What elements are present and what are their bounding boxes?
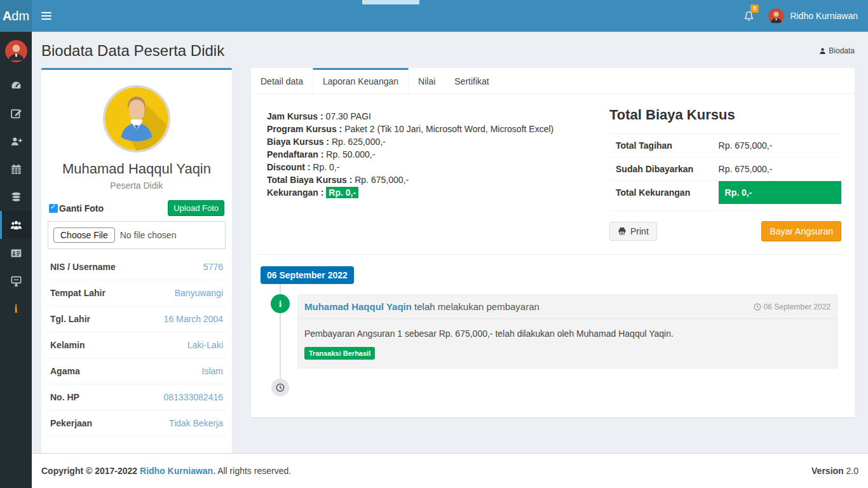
detail-biaya-kursus: Biaya Kursus : Rp. 625,000,- [267, 135, 609, 148]
sidebar-item-info[interactable]: i [0, 295, 32, 323]
ganti-foto-checkbox[interactable] [49, 204, 58, 213]
summary-row-tagihan: Total Tagihan Rp. 675,000,- [609, 133, 841, 157]
user-name: Ridho Kurniawan [790, 11, 858, 21]
sidebar-item-database[interactable] [0, 183, 32, 211]
info-icon: i [14, 302, 17, 316]
page-title: Biodata Data Peserta Didik [41, 42, 224, 60]
clock-icon [754, 303, 761, 311]
detail-jam-kursus: Jam Kursus : 07.30 PAGI [267, 110, 609, 123]
finance-summary: Total Biaya Kursus Total Tagihan Rp. 675… [609, 107, 841, 241]
tab-nilai[interactable]: Nilai [409, 68, 445, 93]
user-menu[interactable]: Ridho Kurniawan [762, 0, 868, 32]
sidebar-toggle-button[interactable] [32, 0, 61, 32]
app-logo-rest: dm [11, 9, 29, 24]
upload-foto-button[interactable]: Upload Foto [168, 200, 224, 216]
timeline-date-label: 06 September 2022 [261, 266, 354, 284]
content-wrapper: Biodata Data Peserta Didik Biodata [32, 32, 868, 453]
field-row-kelamin: Kelamin Laki-Laki [48, 332, 226, 358]
sidebar-user-avatar [5, 40, 27, 62]
tab-detail-data[interactable]: Detail data [251, 68, 313, 93]
payment-timeline: 06 September 2022 i 06 September 2022 [261, 266, 845, 407]
footer: Copyright © 2017-2022 Ridho Kurniawan. A… [32, 453, 868, 488]
file-status: No file chosen [120, 230, 177, 240]
calendar-icon [10, 163, 22, 175]
bayar-angsuran-button[interactable]: Bayar Angsuran [761, 221, 841, 241]
summary-row-kekurangan: Total Kekurangan Rp. 0,- [609, 180, 841, 204]
database-icon [10, 191, 22, 203]
app-logo[interactable]: Adm [0, 0, 32, 32]
student-name: Muhamad Haqqul Yaqin [48, 161, 226, 177]
tab-laporan-keuangan[interactable]: Laporan Keuangan [313, 68, 409, 93]
tabs: Detail data Laporan Keuangan Nilai Serti… [251, 68, 855, 94]
footer-author-link[interactable]: Ridho Kurniawan. [140, 466, 215, 476]
kekurangan-highlight: Rp. 0,- [326, 187, 358, 198]
detail-total-biaya: Total Biaya Kursus : Rp. 675,000,- [267, 173, 609, 186]
breadcrumb-label: Biodata [829, 46, 855, 55]
monitor-user-icon [10, 275, 22, 287]
dashboard-icon [10, 79, 22, 92]
field-row-pekerjaan: Pekerjaan Tidak Bekerja [48, 410, 226, 437]
app-logo-bold: A [3, 9, 11, 24]
field-row-no-hp: No. HP 081333082416 [48, 384, 226, 410]
navbar: 0 Ridho Kurniawan [32, 0, 868, 32]
finance-details: Jam Kursus : 07.30 PAGI Program Kursus :… [261, 107, 609, 241]
tab-sertifikat[interactable]: Sertifikat [445, 68, 498, 93]
field-row-tempat-lahir: Tempat Lahir Banyuwangi [48, 280, 226, 306]
timeline-item: i 06 September 2022 Muhamad Haqqul Yaqin [261, 294, 845, 369]
notifications-button[interactable]: 0 [735, 0, 762, 32]
kekurangan-total-highlight: Rp. 0,- [719, 181, 841, 204]
divider [257, 254, 845, 255]
timeline-actor-link[interactable]: Muhamad Haqqul Yaqin [304, 301, 412, 312]
sidebar-item-biodata[interactable] [0, 239, 32, 267]
student-role: Peserta Didik [48, 180, 226, 191]
choose-file-button[interactable]: Choose File [53, 227, 115, 243]
timeline-time: 06 September 2022 [754, 302, 831, 311]
sidebar: i [0, 32, 32, 488]
summary-row-dibayarkan: Sudah Dibayarkan Rp. 675,000,- [609, 157, 841, 180]
status-badge: Transaksi Berhasil [304, 347, 375, 360]
file-input: Choose File No file chosen [48, 221, 226, 249]
footer-copyright: Copyright © 2017-2022 Ridho Kurniawan. A… [41, 466, 291, 476]
detail-discount: Discount : Rp. 0,- [267, 161, 609, 173]
summary-title: Total Biaya Kursus [609, 107, 841, 123]
footer-version: Version 2.0 [811, 466, 858, 476]
breadcrumb[interactable]: Biodata [819, 46, 855, 55]
detail-pendaftaran: Pendaftaran : Rp. 50.000,- [267, 148, 609, 161]
student-avatar [103, 85, 170, 152]
user-plus-icon [10, 135, 22, 147]
notification-badge: 0 [750, 4, 759, 13]
detail-program-kursus: Program Kursus : Paket 2 (Tik 10 Jari, M… [267, 123, 609, 135]
field-row-agama: Agama Islam [48, 358, 226, 384]
detail-kekurangan: Kekurangan : Rp. 0,- [267, 186, 609, 199]
timeline-action: telah melakukan pembayaran [414, 301, 539, 312]
sidebar-item-peserta-didik[interactable] [0, 211, 32, 239]
ganti-foto-label: Ganti Foto [59, 203, 104, 214]
timeline-end-clock-icon [271, 379, 289, 396]
printer-icon [618, 227, 627, 236]
info-circle-icon: i [271, 294, 290, 313]
sidebar-item-schedule[interactable] [0, 155, 32, 183]
sidebar-item-dashboard[interactable] [0, 71, 32, 99]
person-icon [819, 48, 826, 55]
user-avatar [768, 8, 784, 24]
users-icon [10, 219, 22, 231]
profile-card: Muhamad Haqqul Yaqin Peserta Didik Ganti… [41, 68, 232, 453]
timeline-body: Pembayaran Angsuran 1 sebesar Rp. 675,00… [298, 319, 837, 339]
print-button[interactable]: Print [609, 222, 657, 241]
field-row-nis: NIS / Username 5776 [48, 254, 226, 280]
tab-card: Detail data Laporan Keuangan Nilai Serti… [251, 68, 855, 417]
id-card-icon [10, 247, 22, 259]
sidebar-item-add-user[interactable] [0, 127, 32, 155]
field-row-tgl-lahir: Tgl. Lahir 16 March 2004 [48, 306, 226, 332]
top-navbar: Adm 0 Ridho Kurniawan [0, 0, 868, 32]
sidebar-item-edit[interactable] [0, 99, 32, 127]
sidebar-item-ujian[interactable] [0, 267, 32, 295]
edit-icon [10, 107, 22, 119]
browser-artifact [362, 0, 419, 4]
